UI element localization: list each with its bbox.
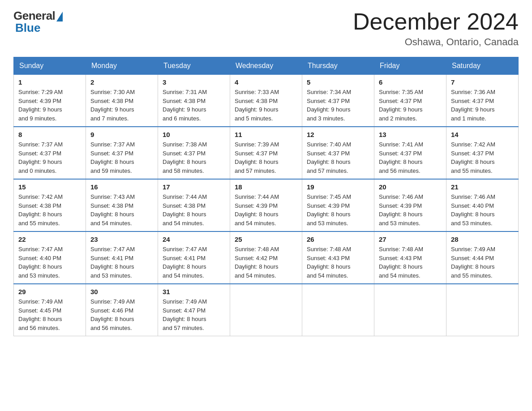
day-info: Sunrise: 7:48 AMSunset: 4:43 PMDaylight:… (307, 245, 369, 280)
table-row: 25 Sunrise: 7:48 AMSunset: 4:42 PMDaylig… (230, 231, 302, 284)
table-row: 27 Sunrise: 7:48 AMSunset: 4:43 PMDaylig… (374, 231, 446, 284)
day-number: 17 (163, 183, 225, 191)
day-info: Sunrise: 7:37 AMSunset: 4:37 PMDaylight:… (90, 140, 153, 175)
table-row: 2 Sunrise: 7:30 AMSunset: 4:38 PMDayligh… (86, 75, 158, 127)
day-number: 9 (90, 131, 153, 138)
day-number: 6 (379, 78, 442, 86)
day-number: 31 (163, 288, 225, 295)
day-info: Sunrise: 7:49 AMSunset: 4:46 PMDaylight:… (90, 297, 153, 332)
table-row: 12 Sunrise: 7:40 AMSunset: 4:37 PMDaylig… (302, 127, 374, 179)
day-info: Sunrise: 7:44 AMSunset: 4:39 PMDaylight:… (235, 193, 297, 227)
day-number: 20 (379, 183, 442, 191)
table-row: 1 Sunrise: 7:29 AMSunset: 4:39 PMDayligh… (14, 75, 86, 127)
table-row: 4 Sunrise: 7:33 AMSunset: 4:38 PMDayligh… (230, 75, 302, 127)
day-info: Sunrise: 7:44 AMSunset: 4:38 PMDaylight:… (163, 193, 225, 227)
day-number: 2 (90, 78, 153, 86)
table-row: 21 Sunrise: 7:46 AMSunset: 4:40 PMDaylig… (446, 179, 519, 231)
day-info: Sunrise: 7:42 AMSunset: 4:38 PMDaylight:… (18, 193, 81, 227)
day-info: Sunrise: 7:48 AMSunset: 4:43 PMDaylight:… (379, 245, 442, 280)
day-number: 18 (235, 183, 297, 191)
day-number: 26 (307, 235, 369, 243)
logo-triangle-icon (56, 12, 63, 21)
day-info: Sunrise: 7:49 AMSunset: 4:44 PMDaylight:… (451, 245, 514, 280)
calendar-header-row: Sunday Monday Tuesday Wednesday Thursday… (14, 57, 519, 75)
calendar-week-row: 22 Sunrise: 7:47 AMSunset: 4:40 PMDaylig… (14, 231, 519, 284)
table-row: 9 Sunrise: 7:37 AMSunset: 4:37 PMDayligh… (86, 127, 158, 179)
day-number: 30 (90, 288, 153, 295)
day-info: Sunrise: 7:33 AMSunset: 4:38 PMDaylight:… (235, 88, 297, 123)
day-number: 21 (451, 183, 514, 191)
location-text: Oshawa, Ontario, Canada (353, 36, 519, 48)
table-row (446, 284, 519, 336)
table-row: 6 Sunrise: 7:35 AMSunset: 4:37 PMDayligh… (374, 75, 446, 127)
day-number: 16 (90, 183, 153, 191)
calendar-week-row: 8 Sunrise: 7:37 AMSunset: 4:37 PMDayligh… (14, 127, 519, 179)
day-info: Sunrise: 7:49 AMSunset: 4:47 PMDaylight:… (163, 297, 225, 332)
month-title: December 2024 (353, 9, 519, 34)
col-tuesday: Tuesday (158, 57, 230, 75)
col-wednesday: Wednesday (230, 57, 302, 75)
day-info: Sunrise: 7:37 AMSunset: 4:37 PMDaylight:… (18, 140, 81, 175)
table-row: 3 Sunrise: 7:31 AMSunset: 4:38 PMDayligh… (158, 75, 230, 127)
table-row (302, 284, 374, 336)
day-number: 10 (163, 131, 225, 138)
table-row: 23 Sunrise: 7:47 AMSunset: 4:41 PMDaylig… (86, 231, 158, 284)
day-number: 28 (451, 235, 514, 243)
day-number: 5 (307, 78, 369, 86)
page-header: General Blue December 2024 Oshawa, Ontar… (13, 9, 519, 48)
day-number: 1 (18, 78, 81, 86)
day-number: 25 (235, 235, 297, 243)
day-info: Sunrise: 7:43 AMSunset: 4:38 PMDaylight:… (90, 193, 153, 227)
day-info: Sunrise: 7:29 AMSunset: 4:39 PMDaylight:… (18, 88, 81, 123)
table-row: 8 Sunrise: 7:37 AMSunset: 4:37 PMDayligh… (14, 127, 86, 179)
table-row: 15 Sunrise: 7:42 AMSunset: 4:38 PMDaylig… (14, 179, 86, 231)
day-info: Sunrise: 7:38 AMSunset: 4:37 PMDaylight:… (163, 140, 225, 175)
day-number: 24 (163, 235, 225, 243)
day-number: 13 (379, 131, 442, 138)
table-row: 19 Sunrise: 7:45 AMSunset: 4:39 PMDaylig… (302, 179, 374, 231)
calendar-week-row: 1 Sunrise: 7:29 AMSunset: 4:39 PMDayligh… (14, 75, 519, 127)
col-thursday: Thursday (302, 57, 374, 75)
day-number: 29 (18, 288, 81, 295)
day-info: Sunrise: 7:35 AMSunset: 4:37 PMDaylight:… (379, 88, 442, 123)
table-row: 29 Sunrise: 7:49 AMSunset: 4:45 PMDaylig… (14, 284, 86, 336)
day-number: 7 (451, 78, 514, 86)
day-number: 12 (307, 131, 369, 138)
day-number: 19 (307, 183, 369, 191)
table-row: 20 Sunrise: 7:46 AMSunset: 4:39 PMDaylig… (374, 179, 446, 231)
table-row: 10 Sunrise: 7:38 AMSunset: 4:37 PMDaylig… (158, 127, 230, 179)
day-info: Sunrise: 7:39 AMSunset: 4:37 PMDaylight:… (235, 140, 297, 175)
col-sunday: Sunday (14, 57, 86, 75)
day-number: 27 (379, 235, 442, 243)
logo: General Blue (13, 9, 63, 35)
day-info: Sunrise: 7:31 AMSunset: 4:38 PMDaylight:… (163, 88, 225, 123)
day-info: Sunrise: 7:48 AMSunset: 4:42 PMDaylight:… (235, 245, 297, 280)
day-info: Sunrise: 7:47 AMSunset: 4:41 PMDaylight:… (90, 245, 153, 280)
day-info: Sunrise: 7:34 AMSunset: 4:37 PMDaylight:… (307, 88, 369, 123)
table-row: 30 Sunrise: 7:49 AMSunset: 4:46 PMDaylig… (86, 284, 158, 336)
table-row (374, 284, 446, 336)
table-row: 17 Sunrise: 7:44 AMSunset: 4:38 PMDaylig… (158, 179, 230, 231)
table-row: 24 Sunrise: 7:47 AMSunset: 4:41 PMDaylig… (158, 231, 230, 284)
day-info: Sunrise: 7:46 AMSunset: 4:39 PMDaylight:… (379, 193, 442, 227)
day-info: Sunrise: 7:46 AMSunset: 4:40 PMDaylight:… (451, 193, 514, 227)
day-number: 15 (18, 183, 81, 191)
day-number: 11 (235, 131, 297, 138)
day-info: Sunrise: 7:41 AMSunset: 4:37 PMDaylight:… (379, 140, 442, 175)
calendar-week-row: 15 Sunrise: 7:42 AMSunset: 4:38 PMDaylig… (14, 179, 519, 231)
col-saturday: Saturday (446, 57, 519, 75)
logo-blue-text: Blue (15, 21, 40, 35)
day-number: 22 (18, 235, 81, 243)
table-row: 7 Sunrise: 7:36 AMSunset: 4:37 PMDayligh… (446, 75, 519, 127)
col-friday: Friday (374, 57, 446, 75)
day-info: Sunrise: 7:30 AMSunset: 4:38 PMDaylight:… (90, 88, 153, 123)
day-info: Sunrise: 7:36 AMSunset: 4:37 PMDaylight:… (451, 88, 514, 123)
day-info: Sunrise: 7:45 AMSunset: 4:39 PMDaylight:… (307, 193, 369, 227)
table-row: 31 Sunrise: 7:49 AMSunset: 4:47 PMDaylig… (158, 284, 230, 336)
day-info: Sunrise: 7:47 AMSunset: 4:40 PMDaylight:… (18, 245, 81, 280)
table-row: 22 Sunrise: 7:47 AMSunset: 4:40 PMDaylig… (14, 231, 86, 284)
day-number: 4 (235, 78, 297, 86)
day-info: Sunrise: 7:40 AMSunset: 4:37 PMDaylight:… (307, 140, 369, 175)
table-row (230, 284, 302, 336)
table-row: 28 Sunrise: 7:49 AMSunset: 4:44 PMDaylig… (446, 231, 519, 284)
